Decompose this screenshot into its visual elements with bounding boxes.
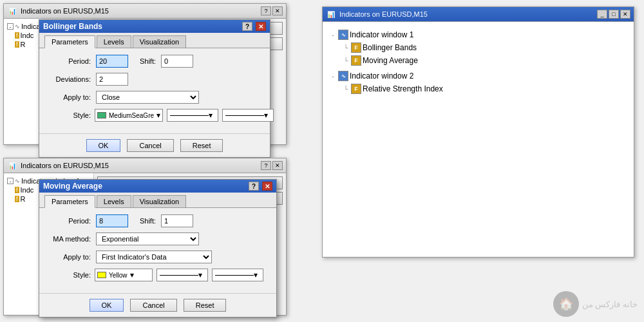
bollinger-line-arrow-2: ▾ bbox=[264, 111, 268, 120]
eurusd-1-close[interactable]: ✕ bbox=[272, 6, 283, 15]
bollinger-deviations-row: Deviations: bbox=[46, 73, 263, 86]
ma-line-arrow-2: ▾ bbox=[254, 270, 258, 279]
eurusd-1-icon: 📊 bbox=[7, 6, 17, 16]
ma-color-swatch bbox=[97, 272, 106, 278]
ma-line-arrow-1: ▾ bbox=[198, 270, 202, 279]
tree-wave-1: ∿ bbox=[15, 23, 20, 30]
bollinger-line-arrow-1: ▾ bbox=[209, 111, 213, 120]
bollinger-tab-parameters[interactable]: Parameters bbox=[44, 35, 95, 48]
ma-close[interactable]: ✕ bbox=[262, 182, 272, 191]
ma-help[interactable]: ? bbox=[249, 182, 259, 191]
tree-f-2: f bbox=[15, 41, 19, 48]
eurusd-2-icon: 📊 bbox=[7, 160, 17, 171]
bollinger-dev-input[interactable] bbox=[96, 73, 128, 86]
tree-label-ma: Moving Average bbox=[363, 56, 418, 65]
watermark-icon: 🏠 bbox=[559, 297, 573, 311]
right-panel-minimize[interactable]: _ bbox=[597, 10, 607, 19]
bollinger-dialog: Bollinger Bands ? ✕ Parameters Levels Vi… bbox=[39, 19, 270, 158]
expand-1[interactable]: - bbox=[7, 23, 14, 30]
bollinger-close[interactable]: ✕ bbox=[256, 22, 266, 31]
bollinger-ok[interactable]: OK bbox=[86, 139, 121, 152]
bollinger-reset[interactable]: Reset bbox=[180, 139, 223, 152]
right-panel-maximize[interactable]: □ bbox=[609, 10, 619, 19]
right-panel-icon: 📊 bbox=[326, 9, 336, 19]
ma-apply-label: Apply to: bbox=[46, 253, 91, 261]
bollinger-line-style-1[interactable]: ▾ bbox=[167, 109, 218, 122]
right-indicators-panel: 📊 Indicators on EURUSD,M15 _ □ ✕ - ∿ Ind… bbox=[322, 6, 634, 258]
tree2-text-2: Indc bbox=[21, 186, 34, 194]
bollinger-shift-input[interactable] bbox=[161, 55, 193, 68]
ma-cancel[interactable]: Cancel bbox=[130, 299, 176, 312]
watermark-text: خانه فارکس من bbox=[582, 299, 638, 309]
ma-footer: OK Cancel Reset bbox=[39, 293, 276, 317]
bollinger-title: Bollinger Bands bbox=[43, 22, 239, 31]
tree-label-rsi: Relative Strength Index bbox=[363, 84, 443, 93]
tree-item-window2[interactable]: - ∿ Indicator window 2 bbox=[329, 70, 627, 82]
ma-style-row: Style: Yellow ▾ ▾ ▾ bbox=[46, 269, 270, 281]
bollinger-period-input[interactable] bbox=[96, 55, 128, 68]
ma-dialog: Moving Average ? ✕ Parameters Levels Vis… bbox=[39, 179, 277, 317]
bollinger-tab-visualization[interactable]: Visualization bbox=[133, 35, 187, 48]
ma-body: Period: Shift: MA method: Simple Exponen… bbox=[39, 208, 276, 293]
tree-icon-ma: F bbox=[351, 55, 361, 66]
bollinger-line-preview-1 bbox=[170, 115, 209, 116]
eurusd-2-close[interactable]: ✕ bbox=[272, 161, 283, 170]
tree-item-window1[interactable]: - ∿ Indicator window 1 bbox=[329, 28, 627, 41]
ma-period-input[interactable] bbox=[96, 214, 128, 227]
tree-label-bollinger: Bollinger Bands bbox=[363, 43, 417, 52]
eurusd-1-help[interactable]: ? bbox=[261, 6, 271, 15]
ma-line-style-2[interactable]: ▾ bbox=[212, 269, 263, 281]
ma-apply-row: Apply to: Close Open High Low First Indi… bbox=[46, 251, 270, 263]
eurusd-window-2-titlebar: 📊 Indicators on EURUSD,M15 ? ✕ bbox=[4, 158, 286, 173]
bollinger-apply-row: Apply to: Close Open High Low Median Pri… bbox=[46, 91, 263, 104]
tree2-text-3: R bbox=[21, 195, 26, 203]
bollinger-style-label: Style: bbox=[46, 111, 91, 119]
ma-line-preview-2 bbox=[215, 275, 254, 276]
ma-tab-levels[interactable]: Levels bbox=[97, 195, 131, 207]
bollinger-period-row: Period: Shift: bbox=[46, 55, 263, 68]
ma-shift-label: Shift: bbox=[133, 217, 156, 225]
tree-text-3: R bbox=[21, 41, 26, 48]
right-panel-title: Indicators on EURUSD,M15 bbox=[339, 10, 594, 18]
ma-apply-select[interactable]: Close Open High Low First Indicator's Da… bbox=[96, 251, 212, 263]
bollinger-footer: OK Cancel Reset bbox=[39, 133, 270, 157]
tree-item-ma[interactable]: └ F Moving Average bbox=[342, 54, 627, 67]
bollinger-cancel[interactable]: Cancel bbox=[127, 139, 173, 152]
bollinger-apply-select[interactable]: Close Open High Low Median Price Typical… bbox=[96, 91, 199, 104]
expand2-1[interactable]: - bbox=[7, 178, 14, 184]
ma-color-select[interactable]: Yellow ▾ bbox=[95, 269, 153, 281]
tree-expand-1[interactable]: - bbox=[329, 32, 337, 39]
tree-connector-ma: └ bbox=[342, 57, 350, 64]
ma-line-style-1[interactable]: ▾ bbox=[156, 269, 208, 281]
tree-icon-wave-2: ∿ bbox=[338, 71, 348, 81]
right-panel-close[interactable]: ✕ bbox=[620, 10, 630, 19]
ma-tab-visualization[interactable]: Visualization bbox=[133, 195, 187, 207]
ma-color-name: Yellow bbox=[109, 272, 128, 279]
bollinger-titlebar: Bollinger Bands ? ✕ bbox=[39, 20, 270, 33]
tree-icon-rsi: F bbox=[351, 84, 361, 94]
ma-ok[interactable]: OK bbox=[90, 299, 124, 312]
bollinger-tab-levels[interactable]: Levels bbox=[97, 35, 131, 48]
tree-expand-2[interactable]: - bbox=[329, 73, 337, 80]
bollinger-help[interactable]: ? bbox=[242, 22, 252, 31]
tree2-f-1: f bbox=[15, 187, 19, 193]
eurusd-2-controls: ? ✕ bbox=[261, 161, 283, 170]
bollinger-dev-label: Deviations: bbox=[46, 75, 91, 83]
ma-method-select[interactable]: Simple Exponential Smoothed Linear Weigh… bbox=[96, 232, 199, 245]
ma-reset[interactable]: Reset bbox=[184, 299, 227, 312]
bollinger-line-style-2[interactable]: ▾ bbox=[222, 109, 274, 122]
ma-title: Moving Average bbox=[43, 182, 245, 191]
eurusd-2-help[interactable]: ? bbox=[261, 161, 271, 170]
ma-period-row: Period: Shift: bbox=[46, 214, 270, 227]
bollinger-body: Period: Shift: Deviations: Apply to: Clo… bbox=[39, 48, 270, 133]
ma-period-label: Period: bbox=[46, 217, 91, 225]
tree-item-bollinger[interactable]: └ F Bollinger Bands bbox=[342, 41, 627, 54]
tree-item-rsi[interactable]: └ F Relative Strength Index bbox=[342, 82, 627, 95]
ma-titlebar: Moving Average ? ✕ bbox=[39, 180, 276, 193]
ma-shift-input[interactable] bbox=[161, 214, 193, 227]
ma-tab-parameters[interactable]: Parameters bbox=[44, 195, 95, 208]
bollinger-color-select[interactable]: MediumSeaGre ▾ bbox=[95, 109, 163, 122]
bollinger-shift-label: Shift: bbox=[133, 57, 156, 65]
tree-f-1: f bbox=[15, 32, 19, 39]
ma-line-preview-1 bbox=[160, 275, 198, 276]
